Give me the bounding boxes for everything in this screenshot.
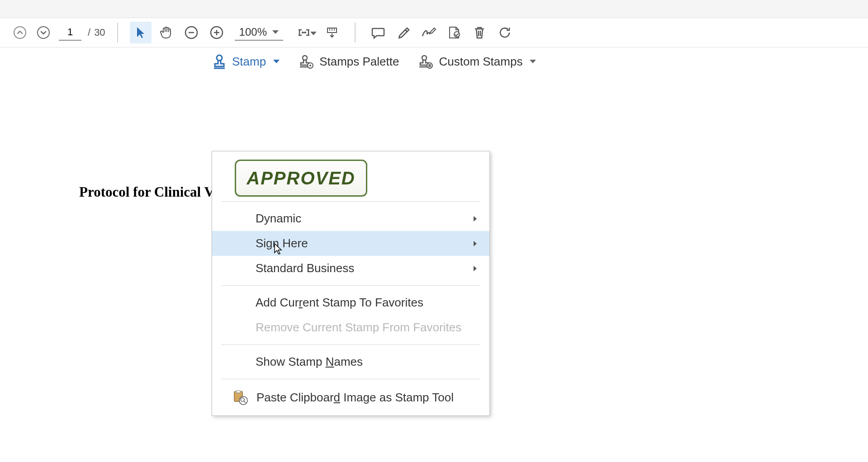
svg-point-11 <box>454 32 460 37</box>
fit-width-button[interactable] <box>290 22 318 43</box>
page-total: 30 <box>94 27 105 38</box>
comment-icon <box>371 25 385 40</box>
plus-circle-icon <box>210 26 223 39</box>
menu-item-label: Sign Here <box>256 236 308 250</box>
menu-separator <box>221 285 480 286</box>
approved-stamp-preview[interactable]: APPROVED <box>235 160 367 197</box>
chevron-down-icon <box>272 30 279 34</box>
chevron-down-icon <box>530 60 536 63</box>
select-arrow-icon <box>134 25 147 40</box>
page-nav-group: / 30 <box>9 22 105 43</box>
menu-separator <box>221 379 480 379</box>
chevron-right-icon <box>474 241 477 246</box>
stamp-dropdown-menu: APPROVED Dynamic Sign Here Standard Busi… <box>212 151 490 416</box>
menu-item-label: Dynamic <box>256 212 301 226</box>
menu-item-label: Standard Business <box>256 261 354 275</box>
highlight-icon <box>396 25 411 40</box>
menu-item-standard-business[interactable]: Standard Business <box>212 256 489 281</box>
zoom-value: 100% <box>239 26 267 38</box>
svg-point-12 <box>217 55 222 61</box>
delete-button[interactable] <box>469 22 490 43</box>
toolbar-divider <box>355 23 356 42</box>
menu-item-sign-here[interactable]: Sign Here <box>212 231 489 256</box>
chevron-right-icon <box>474 266 477 271</box>
edit-pdf-button[interactable] <box>443 22 465 43</box>
custom-stamps-icon <box>418 54 433 69</box>
custom-stamps-label: Custom Stamps <box>439 55 522 69</box>
comment-button[interactable] <box>367 22 389 43</box>
svg-point-0 <box>14 27 26 38</box>
stamp-toolbar: Stamp Stamps Palette Custom Stamps <box>0 47 868 75</box>
custom-stamps-dropdown-button[interactable]: Custom Stamps <box>416 51 538 72</box>
menu-item-paste-clipboard[interactable]: Paste Clipboard Image as Stamp Tool <box>212 384 489 411</box>
svg-point-17 <box>309 65 311 66</box>
menu-item-label: Remove Current Stamp From Favorites <box>256 321 461 335</box>
menu-item-show-names[interactable]: Show Stamp Names <box>212 349 489 374</box>
hand-tool-button[interactable] <box>155 22 177 43</box>
ruler-button[interactable] <box>321 22 343 43</box>
up-arrow-icon <box>13 26 27 39</box>
stamp-dropdown-button[interactable]: Stamp <box>210 51 281 72</box>
chevron-down-icon <box>273 60 280 63</box>
toolbar-divider <box>117 23 118 42</box>
edit-pdf-icon <box>447 25 461 40</box>
stamps-palette-button[interactable]: Stamps Palette <box>297 51 401 72</box>
page-number-input[interactable] <box>59 24 81 41</box>
zoom-out-button[interactable] <box>180 22 202 43</box>
signature-icon <box>421 25 437 40</box>
page-up-button[interactable] <box>9 22 31 43</box>
svg-point-14 <box>303 56 307 60</box>
refresh-button[interactable] <box>494 22 516 43</box>
chevron-right-icon <box>474 216 477 222</box>
select-tool-button[interactable] <box>130 22 152 43</box>
signature-button[interactable] <box>418 22 440 43</box>
menu-item-remove-favorites: Remove Current Stamp From Favorites <box>212 315 489 340</box>
stamp-label: Stamp <box>232 55 266 69</box>
zoom-select[interactable]: 100% <box>235 24 283 41</box>
menu-item-dynamic[interactable]: Dynamic <box>212 206 489 231</box>
minus-circle-icon <box>185 26 198 39</box>
stamp-icon <box>212 54 227 69</box>
svg-rect-22 <box>236 391 241 393</box>
menu-item-label: Add Current Stamp To Favorites <box>256 296 423 310</box>
window-chrome <box>0 0 868 18</box>
fit-width-icon <box>297 25 311 40</box>
menu-item-label: Show Stamp Names <box>256 355 363 369</box>
document-area: Protocol for Clinical V APPROVED Dynamic… <box>0 75 868 200</box>
svg-point-18 <box>422 56 427 60</box>
stamps-palette-label: Stamps Palette <box>319 55 399 69</box>
trash-icon <box>473 25 486 40</box>
paste-clipboard-icon <box>232 389 250 405</box>
zoom-in-button[interactable] <box>206 22 228 43</box>
stamps-palette-icon <box>299 54 314 69</box>
down-arrow-icon <box>37 26 50 39</box>
main-toolbar: / 30 100% <box>0 18 868 47</box>
approved-stamp-label: APPROVED <box>247 168 356 189</box>
menu-item-label: Paste Clipboard Image as Stamp Tool <box>256 391 454 405</box>
menu-separator <box>221 201 480 202</box>
page-separator: / <box>88 27 90 38</box>
highlight-button[interactable] <box>393 22 414 43</box>
menu-separator <box>221 344 480 345</box>
page-down-button[interactable] <box>33 22 54 43</box>
hand-icon <box>159 25 173 40</box>
svg-point-1 <box>38 27 49 38</box>
menu-item-add-favorites[interactable]: Add Current Stamp To Favorites <box>212 290 489 315</box>
chevron-down-icon <box>310 32 317 35</box>
refresh-icon <box>498 26 512 39</box>
ruler-icon <box>325 25 339 40</box>
